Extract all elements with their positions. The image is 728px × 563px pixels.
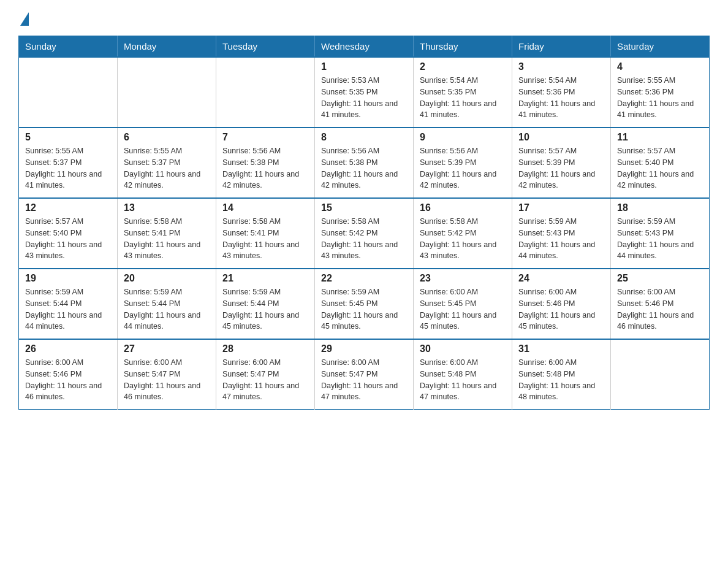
day-number: 3	[518, 61, 604, 72]
calendar-week-row: 12Sunrise: 5:57 AMSunset: 5:40 PMDayligh…	[19, 198, 710, 269]
page-header	[18, 12, 710, 26]
calendar-day-cell: 1Sunrise: 5:53 AMSunset: 5:35 PMDaylight…	[315, 57, 414, 128]
calendar-week-row: 19Sunrise: 5:59 AMSunset: 5:44 PMDayligh…	[19, 269, 710, 339]
calendar-day-cell: 3Sunrise: 5:54 AMSunset: 5:36 PMDaylight…	[512, 57, 611, 128]
day-number: 18	[617, 202, 703, 213]
calendar-week-row: 26Sunrise: 6:00 AMSunset: 5:46 PMDayligh…	[19, 339, 710, 410]
day-number: 16	[420, 202, 506, 213]
day-info: Sunrise: 5:55 AMSunset: 5:37 PMDaylight:…	[25, 145, 111, 191]
logo	[18, 12, 29, 26]
day-number: 5	[25, 132, 111, 143]
day-number: 23	[420, 273, 506, 284]
calendar-day-cell: 8Sunrise: 5:56 AMSunset: 5:38 PMDaylight…	[315, 128, 414, 198]
calendar-day-cell: 29Sunrise: 6:00 AMSunset: 5:47 PMDayligh…	[315, 339, 414, 410]
calendar-day-cell: 23Sunrise: 6:00 AMSunset: 5:45 PMDayligh…	[414, 269, 512, 339]
day-info: Sunrise: 6:00 AMSunset: 5:47 PMDaylight:…	[124, 357, 210, 403]
day-info: Sunrise: 6:00 AMSunset: 5:46 PMDaylight:…	[617, 286, 703, 332]
day-number: 22	[321, 273, 407, 284]
day-info: Sunrise: 6:00 AMSunset: 5:45 PMDaylight:…	[420, 286, 506, 332]
day-info: Sunrise: 5:58 AMSunset: 5:42 PMDaylight:…	[420, 216, 506, 262]
calendar-day-cell: 14Sunrise: 5:58 AMSunset: 5:41 PMDayligh…	[216, 198, 315, 269]
day-number: 11	[617, 132, 703, 143]
day-number: 19	[25, 273, 111, 284]
day-number: 25	[617, 273, 703, 284]
day-of-week-header: Sunday	[19, 36, 118, 58]
day-info: Sunrise: 5:57 AMSunset: 5:40 PMDaylight:…	[25, 216, 111, 262]
day-info: Sunrise: 5:59 AMSunset: 5:43 PMDaylight:…	[518, 216, 604, 262]
calendar-day-cell: 30Sunrise: 6:00 AMSunset: 5:48 PMDayligh…	[414, 339, 512, 410]
calendar-table: SundayMondayTuesdayWednesdayThursdayFrid…	[18, 36, 710, 410]
day-of-week-header: Wednesday	[315, 36, 414, 58]
calendar-day-cell: 26Sunrise: 6:00 AMSunset: 5:46 PMDayligh…	[19, 339, 118, 410]
calendar-week-row: 1Sunrise: 5:53 AMSunset: 5:35 PMDaylight…	[19, 57, 710, 128]
day-info: Sunrise: 5:59 AMSunset: 5:43 PMDaylight:…	[617, 216, 703, 262]
calendar-day-cell: 12Sunrise: 5:57 AMSunset: 5:40 PMDayligh…	[19, 198, 118, 269]
day-info: Sunrise: 5:53 AMSunset: 5:35 PMDaylight:…	[321, 75, 407, 121]
calendar-day-cell: 15Sunrise: 5:58 AMSunset: 5:42 PMDayligh…	[315, 198, 414, 269]
day-of-week-header: Saturday	[611, 36, 710, 58]
calendar-day-cell: 27Sunrise: 6:00 AMSunset: 5:47 PMDayligh…	[118, 339, 216, 410]
calendar-day-cell: 7Sunrise: 5:56 AMSunset: 5:38 PMDaylight…	[216, 128, 315, 198]
calendar-day-cell: 21Sunrise: 5:59 AMSunset: 5:44 PMDayligh…	[216, 269, 315, 339]
day-info: Sunrise: 5:59 AMSunset: 5:44 PMDaylight:…	[222, 286, 308, 332]
calendar-day-cell	[19, 57, 118, 128]
calendar-day-cell: 25Sunrise: 6:00 AMSunset: 5:46 PMDayligh…	[611, 269, 710, 339]
day-info: Sunrise: 5:54 AMSunset: 5:36 PMDaylight:…	[518, 75, 604, 121]
day-info: Sunrise: 5:59 AMSunset: 5:45 PMDaylight:…	[321, 286, 407, 332]
day-info: Sunrise: 5:55 AMSunset: 5:36 PMDaylight:…	[617, 75, 703, 121]
calendar-day-cell: 6Sunrise: 5:55 AMSunset: 5:37 PMDaylight…	[118, 128, 216, 198]
calendar-day-cell: 19Sunrise: 5:59 AMSunset: 5:44 PMDayligh…	[19, 269, 118, 339]
day-info: Sunrise: 6:00 AMSunset: 5:48 PMDaylight:…	[420, 357, 506, 403]
calendar-week-row: 5Sunrise: 5:55 AMSunset: 5:37 PMDaylight…	[19, 128, 710, 198]
day-info: Sunrise: 5:56 AMSunset: 5:38 PMDaylight:…	[321, 145, 407, 191]
day-number: 13	[124, 202, 210, 213]
calendar-day-cell: 24Sunrise: 6:00 AMSunset: 5:46 PMDayligh…	[512, 269, 611, 339]
calendar-day-cell: 13Sunrise: 5:58 AMSunset: 5:41 PMDayligh…	[118, 198, 216, 269]
day-of-week-header: Monday	[118, 36, 216, 58]
day-info: Sunrise: 5:58 AMSunset: 5:42 PMDaylight:…	[321, 216, 407, 262]
logo-triangle-icon	[20, 12, 29, 26]
day-info: Sunrise: 5:56 AMSunset: 5:39 PMDaylight:…	[420, 145, 506, 191]
calendar-day-cell: 28Sunrise: 6:00 AMSunset: 5:47 PMDayligh…	[216, 339, 315, 410]
calendar-day-cell: 10Sunrise: 5:57 AMSunset: 5:39 PMDayligh…	[512, 128, 611, 198]
day-number: 6	[124, 132, 210, 143]
day-number: 4	[617, 61, 703, 72]
day-info: Sunrise: 5:54 AMSunset: 5:35 PMDaylight:…	[420, 75, 506, 121]
day-number: 1	[321, 61, 407, 72]
calendar-day-cell: 2Sunrise: 5:54 AMSunset: 5:35 PMDaylight…	[414, 57, 512, 128]
day-of-week-header: Thursday	[414, 36, 512, 58]
day-info: Sunrise: 5:57 AMSunset: 5:40 PMDaylight:…	[617, 145, 703, 191]
calendar-day-cell: 20Sunrise: 5:59 AMSunset: 5:44 PMDayligh…	[118, 269, 216, 339]
day-number: 12	[25, 202, 111, 213]
day-number: 21	[222, 273, 308, 284]
calendar-day-cell: 22Sunrise: 5:59 AMSunset: 5:45 PMDayligh…	[315, 269, 414, 339]
day-info: Sunrise: 6:00 AMSunset: 5:47 PMDaylight:…	[321, 357, 407, 403]
calendar-day-cell: 4Sunrise: 5:55 AMSunset: 5:36 PMDaylight…	[611, 57, 710, 128]
calendar-day-cell: 31Sunrise: 6:00 AMSunset: 5:48 PMDayligh…	[512, 339, 611, 410]
day-info: Sunrise: 5:57 AMSunset: 5:39 PMDaylight:…	[518, 145, 604, 191]
day-number: 30	[420, 343, 506, 354]
day-info: Sunrise: 5:59 AMSunset: 5:44 PMDaylight:…	[124, 286, 210, 332]
day-number: 24	[518, 273, 604, 284]
calendar-header-row: SundayMondayTuesdayWednesdayThursdayFrid…	[19, 36, 710, 58]
day-info: Sunrise: 5:58 AMSunset: 5:41 PMDaylight:…	[124, 216, 210, 262]
day-info: Sunrise: 5:55 AMSunset: 5:37 PMDaylight:…	[124, 145, 210, 191]
day-number: 15	[321, 202, 407, 213]
day-number: 31	[518, 343, 604, 354]
day-number: 14	[222, 202, 308, 213]
calendar-day-cell: 17Sunrise: 5:59 AMSunset: 5:43 PMDayligh…	[512, 198, 611, 269]
calendar-day-cell	[611, 339, 710, 410]
day-info: Sunrise: 5:58 AMSunset: 5:41 PMDaylight:…	[222, 216, 308, 262]
day-number: 10	[518, 132, 604, 143]
day-number: 29	[321, 343, 407, 354]
day-info: Sunrise: 5:56 AMSunset: 5:38 PMDaylight:…	[222, 145, 308, 191]
calendar-day-cell: 11Sunrise: 5:57 AMSunset: 5:40 PMDayligh…	[611, 128, 710, 198]
day-number: 17	[518, 202, 604, 213]
calendar-day-cell	[118, 57, 216, 128]
day-info: Sunrise: 5:59 AMSunset: 5:44 PMDaylight:…	[25, 286, 111, 332]
day-of-week-header: Tuesday	[216, 36, 315, 58]
calendar-day-cell: 16Sunrise: 5:58 AMSunset: 5:42 PMDayligh…	[414, 198, 512, 269]
calendar-day-cell: 18Sunrise: 5:59 AMSunset: 5:43 PMDayligh…	[611, 198, 710, 269]
day-info: Sunrise: 6:00 AMSunset: 5:46 PMDaylight:…	[25, 357, 111, 403]
day-number: 8	[321, 132, 407, 143]
